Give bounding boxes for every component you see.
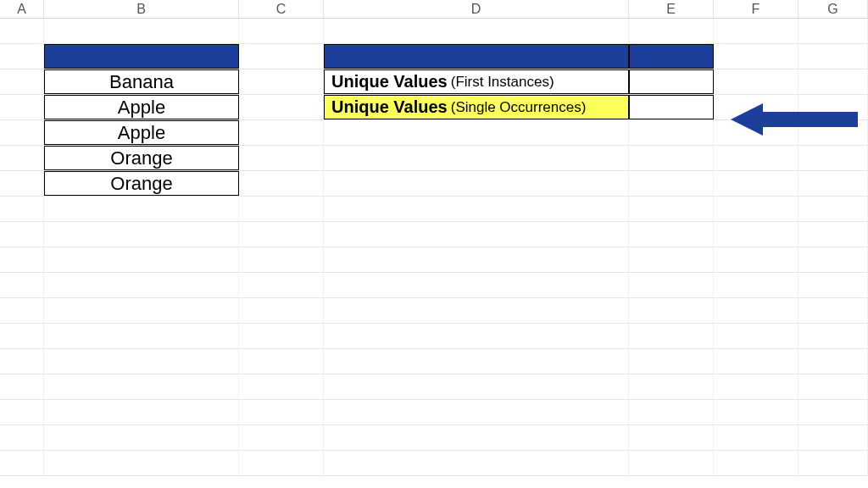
cell-F4[interactable] bbox=[714, 95, 798, 119]
cell-B1[interactable] bbox=[44, 19, 239, 43]
cell-G2[interactable] bbox=[798, 44, 868, 69]
cell-B5[interactable]: Apple bbox=[44, 120, 239, 145]
cell-A1[interactable] bbox=[0, 19, 44, 43]
cell-B3[interactable]: Banana bbox=[44, 69, 239, 94]
cell-F5[interactable] bbox=[714, 120, 798, 145]
cell-A6[interactable] bbox=[0, 146, 44, 170]
cell-B8[interactable] bbox=[44, 197, 239, 221]
cell-A8[interactable] bbox=[0, 197, 44, 221]
cell-E10[interactable] bbox=[629, 247, 714, 272]
col-head-F[interactable]: F bbox=[714, 0, 798, 18]
cell-B2-header[interactable] bbox=[44, 44, 239, 69]
cell-F8[interactable] bbox=[714, 197, 798, 221]
cell-G18[interactable] bbox=[798, 451, 868, 475]
cell-C4[interactable] bbox=[239, 95, 324, 119]
cell-D3[interactable]: Unique Values (First Instances) bbox=[324, 69, 629, 94]
cell-F1[interactable] bbox=[714, 19, 798, 43]
cell-G11[interactable] bbox=[798, 273, 868, 297]
cell-E12[interactable] bbox=[629, 298, 714, 323]
cell-A11[interactable] bbox=[0, 273, 44, 297]
cell-E2-header[interactable] bbox=[629, 44, 714, 69]
cell-D1[interactable] bbox=[324, 19, 629, 43]
cell-C1[interactable] bbox=[239, 19, 324, 43]
cell-G3[interactable] bbox=[798, 69, 868, 94]
cell-B17[interactable] bbox=[44, 425, 239, 450]
cell-C11[interactable] bbox=[239, 273, 324, 297]
cell-B9[interactable] bbox=[44, 222, 239, 247]
cell-G1[interactable] bbox=[798, 19, 868, 43]
cell-F12[interactable] bbox=[714, 298, 798, 323]
cell-C10[interactable] bbox=[239, 247, 324, 272]
cell-A3[interactable] bbox=[0, 69, 44, 94]
cell-F17[interactable] bbox=[714, 425, 798, 450]
cell-E11[interactable] bbox=[629, 273, 714, 297]
cell-C6[interactable] bbox=[239, 146, 324, 170]
cell-F15[interactable] bbox=[714, 374, 798, 399]
cell-F3[interactable] bbox=[714, 69, 798, 94]
cell-B15[interactable] bbox=[44, 374, 239, 399]
cell-A4[interactable] bbox=[0, 95, 44, 119]
cell-C12[interactable] bbox=[239, 298, 324, 323]
cell-E3[interactable] bbox=[629, 69, 714, 94]
cell-E14[interactable] bbox=[629, 349, 714, 374]
cell-C13[interactable] bbox=[239, 324, 324, 348]
cell-B7[interactable]: Orange bbox=[44, 171, 239, 196]
cell-G6[interactable] bbox=[798, 146, 868, 170]
cell-A12[interactable] bbox=[0, 298, 44, 323]
cell-D14[interactable] bbox=[324, 349, 629, 374]
cell-E16[interactable] bbox=[629, 400, 714, 424]
col-head-E[interactable]: E bbox=[629, 0, 714, 18]
cell-F7[interactable] bbox=[714, 171, 798, 196]
cell-B16[interactable] bbox=[44, 400, 239, 424]
cell-G14[interactable] bbox=[798, 349, 868, 374]
cell-F14[interactable] bbox=[714, 349, 798, 374]
cell-A2[interactable] bbox=[0, 44, 44, 69]
cell-B11[interactable] bbox=[44, 273, 239, 297]
cell-G13[interactable] bbox=[798, 324, 868, 348]
cell-B14[interactable] bbox=[44, 349, 239, 374]
cell-F10[interactable] bbox=[714, 247, 798, 272]
cell-D8[interactable] bbox=[324, 197, 629, 221]
cell-D10[interactable] bbox=[324, 247, 629, 272]
cell-E8[interactable] bbox=[629, 197, 714, 221]
cell-C16[interactable] bbox=[239, 400, 324, 424]
spreadsheet-grid[interactable]: A B C D E F G B bbox=[0, 0, 868, 488]
cell-C18[interactable] bbox=[239, 451, 324, 475]
cell-C17[interactable] bbox=[239, 425, 324, 450]
cell-C2[interactable] bbox=[239, 44, 324, 69]
cell-A10[interactable] bbox=[0, 247, 44, 272]
cell-B4[interactable]: Apple bbox=[44, 95, 239, 119]
cell-D11[interactable] bbox=[324, 273, 629, 297]
cell-B10[interactable] bbox=[44, 247, 239, 272]
cell-E15[interactable] bbox=[629, 374, 714, 399]
cell-D2-header[interactable] bbox=[324, 44, 629, 69]
cell-E1[interactable] bbox=[629, 19, 714, 43]
cell-E6[interactable] bbox=[629, 146, 714, 170]
cell-A13[interactable] bbox=[0, 324, 44, 348]
cell-E13[interactable] bbox=[629, 324, 714, 348]
col-head-G[interactable]: G bbox=[798, 0, 868, 18]
cell-D6[interactable] bbox=[324, 146, 629, 170]
cell-G8[interactable] bbox=[798, 197, 868, 221]
cell-D7[interactable] bbox=[324, 171, 629, 196]
cell-C14[interactable] bbox=[239, 349, 324, 374]
cell-G15[interactable] bbox=[798, 374, 868, 399]
cell-G17[interactable] bbox=[798, 425, 868, 450]
cell-E9[interactable] bbox=[629, 222, 714, 247]
cell-B6[interactable]: Orange bbox=[44, 146, 239, 170]
cell-D17[interactable] bbox=[324, 425, 629, 450]
cell-C8[interactable] bbox=[239, 197, 324, 221]
cell-F11[interactable] bbox=[714, 273, 798, 297]
cell-G10[interactable] bbox=[798, 247, 868, 272]
cell-F9[interactable] bbox=[714, 222, 798, 247]
cell-E4[interactable] bbox=[629, 95, 714, 119]
cell-G9[interactable] bbox=[798, 222, 868, 247]
cell-G12[interactable] bbox=[798, 298, 868, 323]
cell-F2[interactable] bbox=[714, 44, 798, 69]
cell-G16[interactable] bbox=[798, 400, 868, 424]
cell-B12[interactable] bbox=[44, 298, 239, 323]
cell-A17[interactable] bbox=[0, 425, 44, 450]
cell-A14[interactable] bbox=[0, 349, 44, 374]
cell-D13[interactable] bbox=[324, 324, 629, 348]
cell-A7[interactable] bbox=[0, 171, 44, 196]
